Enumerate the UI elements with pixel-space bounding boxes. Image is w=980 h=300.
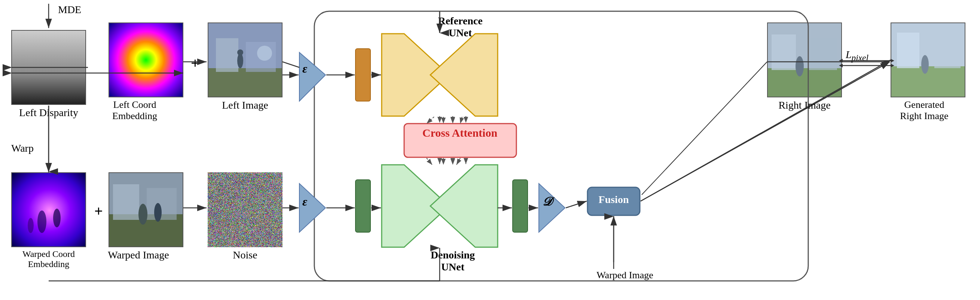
svg-marker-34 <box>430 34 498 116</box>
right-image-label: Right Image <box>767 99 842 111</box>
plus-sign-1: + <box>191 54 199 72</box>
left-coord-embedding-label: Left CoordEmbedding <box>97 99 172 122</box>
svg-line-54 <box>641 62 890 201</box>
svg-rect-13 <box>113 184 139 220</box>
encoder1-label: ε <box>302 62 307 76</box>
left-disparity-image <box>11 30 86 105</box>
svg-rect-39 <box>355 180 371 232</box>
svg-point-6 <box>237 49 243 56</box>
left-coord-embedding-image <box>108 22 183 97</box>
svg-rect-38 <box>355 49 371 101</box>
plus-sign-2: + <box>94 202 103 220</box>
svg-marker-36 <box>430 165 498 247</box>
generated-right-image <box>891 22 966 97</box>
svg-point-15 <box>138 204 148 225</box>
svg-rect-23 <box>891 66 966 97</box>
svg-point-8 <box>37 211 46 233</box>
svg-line-71 <box>642 62 767 195</box>
svg-line-93 <box>426 158 432 165</box>
right-image <box>767 22 842 97</box>
svg-rect-19 <box>772 35 796 70</box>
decoder-label: 𝒟 <box>542 195 552 209</box>
svg-point-10 <box>28 218 34 233</box>
left-image-label: Left Image <box>208 99 283 111</box>
warped-image-right-label: Warped Image <box>595 270 655 281</box>
svg-point-21 <box>795 56 804 77</box>
denoising-unet-label: DenoisingUNet <box>412 249 494 273</box>
warped-coord-embedding-label: Warped CoordEmbedding <box>4 249 94 269</box>
svg-line-53 <box>566 201 587 208</box>
svg-point-26 <box>921 55 929 74</box>
noise-image <box>208 172 283 247</box>
svg-rect-32 <box>314 11 808 281</box>
encoder2-label: ε <box>302 195 307 209</box>
svg-rect-25 <box>934 36 961 68</box>
generated-right-image-label: GeneratedRight Image <box>883 99 966 122</box>
svg-marker-41 <box>299 53 326 101</box>
svg-point-4 <box>257 46 272 61</box>
svg-rect-18 <box>768 68 842 97</box>
left-disparity-label: Left Disparity <box>11 107 86 119</box>
warped-coord-embedding-image <box>11 172 86 247</box>
svg-point-9 <box>53 209 60 227</box>
svg-rect-1 <box>208 68 283 97</box>
svg-rect-24 <box>897 33 920 68</box>
fusion-label: Fusion <box>588 194 639 206</box>
svg-line-92 <box>460 117 462 124</box>
l-pixel-label: Lpixel <box>846 49 869 63</box>
svg-marker-33 <box>382 34 449 116</box>
warped-image-left <box>108 172 183 247</box>
svg-rect-40 <box>513 180 528 232</box>
svg-line-77 <box>283 62 299 67</box>
svg-rect-7 <box>12 173 86 247</box>
svg-rect-20 <box>809 38 837 70</box>
svg-line-87 <box>641 60 891 201</box>
svg-rect-14 <box>147 188 177 220</box>
reference-unet-label: ReferenceUNet <box>419 15 501 39</box>
left-image <box>208 22 283 97</box>
noise-label: Noise <box>208 249 283 261</box>
mde-label: MDE <box>58 4 81 16</box>
cross-attention-label: Cross Attention <box>406 127 514 139</box>
svg-point-16 <box>154 203 162 222</box>
diagram-container: MDE Left Disparity Warp Left CoordEmbedd… <box>0 0 980 300</box>
warped-image-bottom-label: Warped Image <box>101 249 176 261</box>
warp-label: Warp <box>11 142 34 154</box>
svg-rect-2 <box>216 38 239 72</box>
svg-line-89 <box>426 117 434 124</box>
svg-line-96 <box>457 158 460 165</box>
svg-marker-35 <box>382 165 449 247</box>
